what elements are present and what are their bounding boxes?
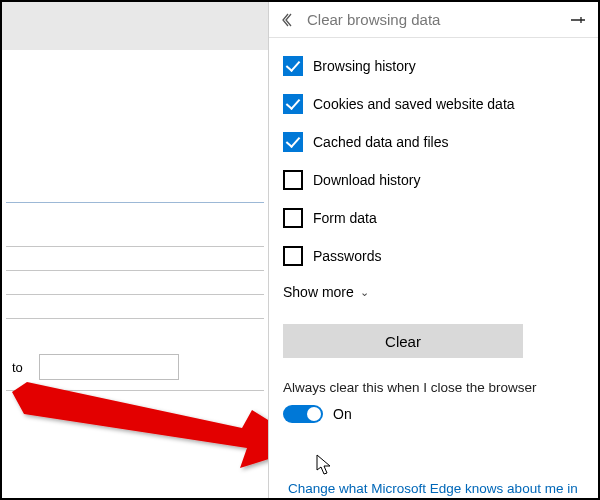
chevron-down-icon: ⌄ [360,286,369,299]
pin-icon[interactable] [570,12,586,28]
clear-button[interactable]: Clear [283,324,523,358]
checkbox-icon [283,132,303,152]
checkbox-icon [283,56,303,76]
checkbox-cached-data[interactable]: Cached data and files [283,132,584,152]
clear-browsing-data-panel: Clear browsing data Browsing history Coo… [268,2,598,498]
always-clear-toggle-row: On [283,405,584,423]
window-frame: to Clear browsing data Browsing history [0,0,600,500]
checkbox-icon [283,94,303,114]
checkbox-icon [283,246,303,266]
background-line [6,270,264,271]
checkbox-cookies[interactable]: Cookies and saved website data [283,94,584,114]
checkbox-label: Form data [313,210,377,226]
always-clear-label: Always clear this when I close the brows… [283,380,584,395]
checkbox-icon [283,208,303,228]
show-more-label: Show more [283,284,354,300]
toggle-knob [307,407,321,421]
to-input[interactable] [39,354,179,380]
always-clear-toggle[interactable] [283,405,323,423]
background-header-strip [2,2,268,50]
background-line [6,246,264,247]
checkbox-passwords[interactable]: Passwords [283,246,584,266]
background-line [6,318,264,319]
background-line [6,294,264,295]
checkbox-download-history[interactable]: Download history [283,170,584,190]
checkbox-label: Cached data and files [313,134,448,150]
checkbox-label: Download history [313,172,420,188]
show-more-link[interactable]: Show more ⌄ [283,284,584,300]
background-line [6,390,264,391]
background-to-row: to [6,354,264,380]
checkbox-icon [283,170,303,190]
panel-body: Browsing history Cookies and saved websi… [269,38,598,423]
back-icon[interactable] [281,12,297,28]
checkbox-label: Cookies and saved website data [313,96,515,112]
background-pane: to [2,2,268,498]
to-label: to [6,356,29,379]
change-privacy-link[interactable]: Change what Microsoft Edge knows about m… [288,481,578,496]
panel-title: Clear browsing data [307,11,570,28]
background-divider [6,202,264,203]
checkbox-browsing-history[interactable]: Browsing history [283,56,584,76]
toggle-state-label: On [333,406,352,422]
checkbox-label: Browsing history [313,58,416,74]
panel-header: Clear browsing data [269,2,598,38]
checkbox-form-data[interactable]: Form data [283,208,584,228]
checkbox-label: Passwords [313,248,381,264]
